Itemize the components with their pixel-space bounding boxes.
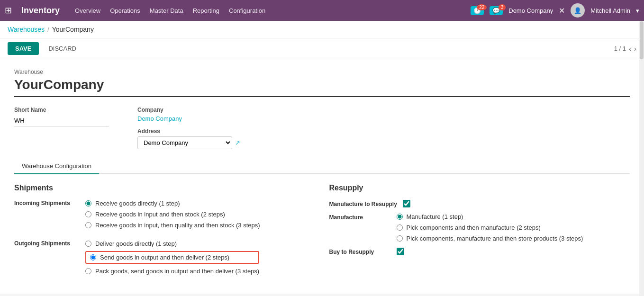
outgoing-option-1[interactable]: Deliver goods directly (1 step) [85,240,259,247]
form-header: Warehouse YourCompany [14,69,630,97]
manufacture-to-resupply-label: Manufacture to Resupply [329,200,397,207]
nav-master-data[interactable]: Master Data [150,7,183,14]
breadcrumb-parent[interactable]: Warehouses [8,26,45,33]
main-content: Warehouse YourCompany Short Name Company… [0,59,644,294]
app-grid-icon[interactable]: ⊞ [5,5,12,16]
incoming-shipments-group: Incoming Shipments Receive goods directl… [14,200,315,229]
next-page-button[interactable]: › [634,45,636,53]
tab-bar: Warehouse Configuration [14,159,630,174]
shipments-title: Shipments [14,184,315,192]
user-avatar[interactable]: 👤 [571,3,585,18]
address-label: Address [137,128,240,135]
app-title: Inventory [21,6,60,16]
chat-badge-count: 3 [499,4,506,10]
address-external-link-icon[interactable]: ↗ [235,139,240,146]
manufacture-radio-1[interactable] [397,214,403,220]
manufacture-radio-3[interactable] [397,235,403,242]
resupply-title: Resupply [329,184,630,192]
breadcrumb-area: Warehouses / YourCompany [0,21,644,38]
outgoing-option-3[interactable]: Pack goods, send goods in output and the… [85,268,259,275]
buy-to-resupply-checkbox[interactable] [397,248,404,255]
short-name-input[interactable] [14,115,109,126]
manufacture-to-resupply-checkbox[interactable] [403,200,410,207]
company-group: Company Demo Company Address Demo Compan… [137,107,240,149]
warehouse-name-field[interactable]: YourCompany [14,77,630,97]
breadcrumb-current: YourCompany [52,26,94,33]
manufacture-option-2[interactable]: Pick components and then manufacture (2 … [397,224,583,231]
pagination: 1 / 1 ‹ › [614,45,636,53]
manufacture-option-3-label: Pick components, manufacture and then st… [407,235,583,242]
nav-overview[interactable]: Overview [75,7,100,14]
clock-badge-count: 22 [477,4,487,10]
incoming-option-1-label: Receive goods directly (1 step) [95,200,180,207]
incoming-option-2[interactable]: Receive goods in input and then stock (2… [85,211,260,218]
nav-configuration[interactable]: Configuration [229,7,265,14]
nav-links: Overview Operations Master Data Reportin… [75,7,463,14]
outgoing-radio-3[interactable] [85,268,91,274]
manufacture-option-1[interactable]: Manufacture (1 step) [397,213,583,220]
outgoing-option-2-highlighted[interactable]: Send goods in output and then deliver (2… [85,251,259,264]
tab-warehouse-configuration[interactable]: Warehouse Configuration [14,159,99,174]
incoming-option-3[interactable]: Receive goods in input, then quality and… [85,222,260,229]
incoming-option-2-label: Receive goods in input and then stock (2… [95,211,225,218]
outgoing-option-3-label: Pack goods, send goods in output and the… [95,268,259,275]
company-label: Company [137,107,182,113]
top-navigation: ⊞ Inventory Overview Operations Master D… [0,0,644,21]
manufacture-radio-2[interactable] [397,224,403,231]
buy-to-resupply-checkbox-wrap [397,248,404,255]
incoming-option-3-label: Receive goods in input, then quality and… [95,222,260,229]
clock-badge-button[interactable]: 🕐 22 [471,7,484,14]
outgoing-options: Deliver goods directly (1 step) Send goo… [85,240,259,275]
manufacture-to-resupply-checkbox-wrap [403,200,410,207]
nav-right-area: 🕐 22 💬 3 Demo Company ✕ 👤 Mitchell Admin… [471,3,639,18]
address-select[interactable]: Demo Company [137,136,232,149]
outgoing-option-2-label: Send goods in output and then deliver (2… [100,254,229,261]
outgoing-radio-1[interactable] [85,241,91,247]
company-value[interactable]: Demo Company [137,115,182,122]
buy-to-resupply-label: Buy to Resupply [329,248,391,255]
warehouse-field-label: Warehouse [14,69,630,75]
config-grid: Shipments Incoming Shipments Receive goo… [14,184,630,278]
incoming-radio-3[interactable] [85,222,91,228]
discard-button[interactable]: DISCARD [43,42,82,55]
outgoing-option-1-label: Deliver goods directly (1 step) [95,240,177,247]
manufacture-row: Manufacture Manufacture (1 step) Pick co… [329,213,630,242]
pagination-label: 1 / 1 [614,45,626,52]
breadcrumb-separator: / [47,26,49,33]
address-select-row: Demo Company ↗ [137,136,240,149]
nav-operations[interactable]: Operations [110,7,140,14]
short-name-group: Short Name [14,107,109,149]
save-button[interactable]: SAVE [8,42,39,55]
close-icon[interactable]: ✕ [559,6,565,15]
outgoing-radio-2[interactable] [90,254,96,260]
short-name-label: Short Name [14,107,109,113]
manufacture-option-2-label: Pick components and then manufacture (2 … [407,224,541,231]
manufacture-label: Manufacture [329,213,391,221]
chat-badge-button[interactable]: 💬 3 [490,7,503,14]
fields-row: Short Name Company Demo Company Address … [14,107,630,149]
incoming-radio-2[interactable] [85,211,91,217]
incoming-option-1[interactable]: Receive goods directly (1 step) [85,200,260,207]
shipments-section: Shipments Incoming Shipments Receive goo… [14,184,315,278]
user-dropdown-icon[interactable]: ▾ [636,7,639,14]
prev-page-button[interactable]: ‹ [629,45,631,53]
incoming-radio-1[interactable] [85,200,91,206]
nav-reporting[interactable]: Reporting [193,7,219,14]
incoming-shipments-label: Incoming Shipments [14,200,85,229]
resupply-section: Resupply Manufacture to Resupply Manufac… [329,184,630,278]
action-bar: SAVE DISCARD 1 / 1 ‹ › [0,38,644,59]
manufacture-options: Manufacture (1 step) Pick components and… [397,213,583,242]
outgoing-shipments-group: Outgoing Shipments Deliver goods directl… [14,240,315,275]
user-name[interactable]: Mitchell Admin [590,7,630,14]
outgoing-shipments-label: Outgoing Shipments [14,240,85,275]
scroll-track [639,21,644,294]
buy-to-resupply-row: Buy to Resupply [329,248,630,255]
scroll-thumb[interactable] [640,21,644,59]
incoming-options: Receive goods directly (1 step) Receive … [85,200,260,229]
manufacture-option-3[interactable]: Pick components, manufacture and then st… [397,235,583,242]
company-selector[interactable]: Demo Company [508,7,553,14]
manufacture-to-resupply-row: Manufacture to Resupply [329,200,630,207]
manufacture-option-1-label: Manufacture (1 step) [407,213,463,220]
